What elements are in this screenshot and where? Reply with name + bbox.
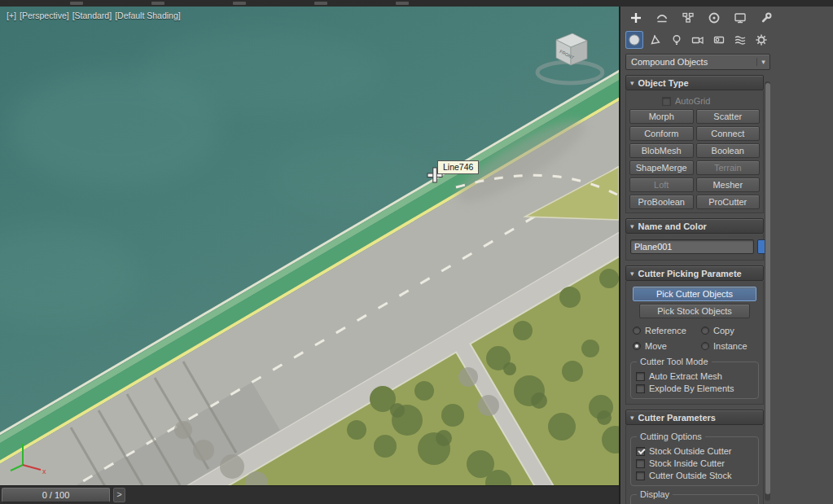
- next-frame-button[interactable]: >: [113, 488, 125, 502]
- checkbox-box: [636, 471, 645, 480]
- viewport-shading-menu[interactable]: [Default Shading]: [115, 11, 181, 20]
- dropdown-value: Compound Objects: [626, 57, 756, 67]
- helpers-category[interactable]: [710, 31, 728, 49]
- space-warps-waves-icon: [734, 33, 747, 46]
- modify-icon: [655, 11, 669, 24]
- object-type-rollout-header[interactable]: ▾ Object Type: [625, 75, 764, 90]
- cutter-outside-stock-checkbox[interactable]: Cutter Outside Stock: [636, 471, 753, 480]
- command-panel: Compound Objects ▾ ▾ Object Type AutoGri…: [620, 7, 833, 504]
- viewport-general-menu[interactable]: [+]: [7, 11, 16, 20]
- connect-button[interactable]: Connect: [696, 126, 761, 141]
- motion-tab[interactable]: [705, 9, 723, 27]
- perspective-viewport[interactable]: FRONT x [+] [Perspective] [Standard] [De…: [0, 7, 619, 485]
- display-tab[interactable]: [731, 9, 749, 27]
- viewport-scene[interactable]: FRONT x: [0, 7, 619, 485]
- checkbox-label: AutoGrid: [675, 96, 710, 106]
- boolean-button[interactable]: Boolean: [696, 143, 761, 158]
- copy-radio[interactable]: Copy: [701, 326, 756, 335]
- stock-inside-cutter-checkbox[interactable]: Stock Inside Cutter: [636, 458, 753, 468]
- rollout-title: Cutter Parameters: [638, 413, 716, 423]
- proboolean-button[interactable]: ProBoolean: [629, 195, 694, 209]
- checkbox-label: Stock Inside Cutter: [649, 458, 725, 468]
- time-slider-handle[interactable]: 0 / 100: [2, 488, 110, 502]
- cutter-parameters-rollout-header[interactable]: ▾ Cutter Parameters: [625, 410, 764, 425]
- shapemerge-button[interactable]: ShapeMerge: [629, 160, 694, 175]
- spacewarps-category[interactable]: [731, 31, 749, 49]
- rollout-title: Object Type: [638, 78, 689, 88]
- blobmesh-button[interactable]: BlobMesh: [629, 143, 694, 158]
- motion-icon: [708, 11, 721, 24]
- command-panel-tabs: [620, 7, 833, 29]
- viewport-pov-menu[interactable]: [Perspective]: [20, 11, 69, 20]
- explode-by-elements-checkbox[interactable]: Explode By Elements: [636, 383, 753, 393]
- object-type-rollout: ▾ Object Type AutoGrid Morph Scatter Con…: [625, 75, 764, 213]
- radio-circle: [701, 327, 709, 335]
- geometry-sphere-icon: [628, 33, 641, 46]
- loft-button: Loft: [629, 177, 694, 192]
- viewport-renderer-menu[interactable]: [Standard]: [72, 11, 112, 20]
- rollout-open-icon: ▾: [630, 222, 634, 230]
- name-color-rollout: ▾ Name and Color: [625, 218, 764, 261]
- reference-radio[interactable]: Reference: [633, 326, 698, 335]
- checkbox-box: [636, 447, 645, 456]
- auto-extract-mesh-checkbox[interactable]: Auto Extract Mesh: [636, 371, 753, 381]
- scrollbar-thumb[interactable]: [765, 83, 770, 494]
- geometry-category[interactable]: [625, 31, 643, 49]
- display-monitor-icon: [734, 11, 747, 24]
- checkbox-label: Stock Outside Cutter: [649, 446, 732, 456]
- cutter-picking-rollout: ▾ Cutter Picking Paramete Pick Cutter Ob…: [625, 265, 764, 405]
- subcategory-dropdown[interactable]: Compound Objects ▾: [625, 54, 770, 70]
- group-title: Cutter Tool Mode: [637, 357, 712, 366]
- create-tab[interactable]: [627, 9, 645, 27]
- scatter-button[interactable]: Scatter: [696, 109, 761, 124]
- name-color-rollout-header[interactable]: ▾ Name and Color: [625, 218, 764, 234]
- radio-circle: [633, 327, 641, 335]
- systems-category[interactable]: [752, 31, 770, 49]
- toolbar-tick: [314, 2, 327, 5]
- utilities-wrench-icon: [760, 11, 773, 24]
- conform-button[interactable]: Conform: [629, 126, 694, 141]
- hierarchy-tab[interactable]: [679, 9, 697, 27]
- checkbox-box: [636, 459, 645, 468]
- autogrid-checkbox[interactable]: AutoGrid: [662, 96, 758, 106]
- modify-tab[interactable]: [653, 9, 671, 27]
- checkbox-label: Explode By Elements: [649, 383, 734, 393]
- shapes-category[interactable]: [647, 31, 664, 49]
- viewport-label: [+] [Perspective] [Standard] [Default Sh…: [7, 11, 181, 20]
- time-slider: 0 / 100 >: [0, 485, 619, 504]
- radio-label: Instance: [713, 341, 748, 351]
- chevron-down-icon: ▾: [756, 58, 769, 66]
- create-categories: [620, 29, 833, 50]
- rollout-open-icon: ▾: [630, 79, 634, 87]
- mesher-button[interactable]: Mesher: [696, 177, 761, 192]
- rollout-stack: ▾ Object Type AutoGrid Morph Scatter Con…: [625, 75, 764, 504]
- checkbox-box: [662, 97, 671, 106]
- shapes-spline-icon: [649, 33, 662, 46]
- pick-cutter-objects-button[interactable]: Pick Cutter Objects: [633, 287, 756, 301]
- display-group: Display Result Operands: [630, 494, 759, 504]
- procutter-button[interactable]: ProCutter: [696, 195, 761, 209]
- stock-outside-cutter-checkbox[interactable]: Stock Outside Cutter: [636, 446, 753, 456]
- move-radio[interactable]: Move: [633, 341, 698, 351]
- utilities-tab[interactable]: [757, 9, 775, 27]
- toolbar-tick: [151, 2, 164, 5]
- axis-x-label: x: [42, 467, 46, 476]
- lights-category[interactable]: [668, 31, 686, 49]
- checkbox-box: [636, 372, 645, 381]
- cutting-options-group: Cutting Options Stock Outside Cutter Sto…: [630, 436, 759, 486]
- cutter-tool-mode-group: Cutter Tool Mode Auto Extract Mesh Explo…: [630, 362, 759, 399]
- rollout-open-icon: ▾: [630, 414, 634, 422]
- cutter-picking-rollout-header[interactable]: ▾ Cutter Picking Paramete: [625, 265, 764, 281]
- checkbox-label: Cutter Outside Stock: [649, 471, 732, 480]
- instance-radio[interactable]: Instance: [701, 341, 756, 351]
- pick-stock-objects-button[interactable]: Pick Stock Objects: [639, 304, 750, 318]
- cutter-parameters-rollout: ▾ Cutter Parameters Cutting Options Stoc…: [625, 410, 764, 504]
- cameras-category[interactable]: [689, 31, 707, 49]
- light-bulb-icon: [670, 33, 683, 46]
- radio-label: Reference: [645, 326, 686, 335]
- toolbar-edge: [0, 0, 833, 7]
- panel-scrollbar[interactable]: [765, 81, 770, 501]
- object-name-input[interactable]: [630, 239, 754, 254]
- rollout-open-icon: ▾: [630, 270, 634, 278]
- morph-button[interactable]: Morph: [629, 109, 694, 124]
